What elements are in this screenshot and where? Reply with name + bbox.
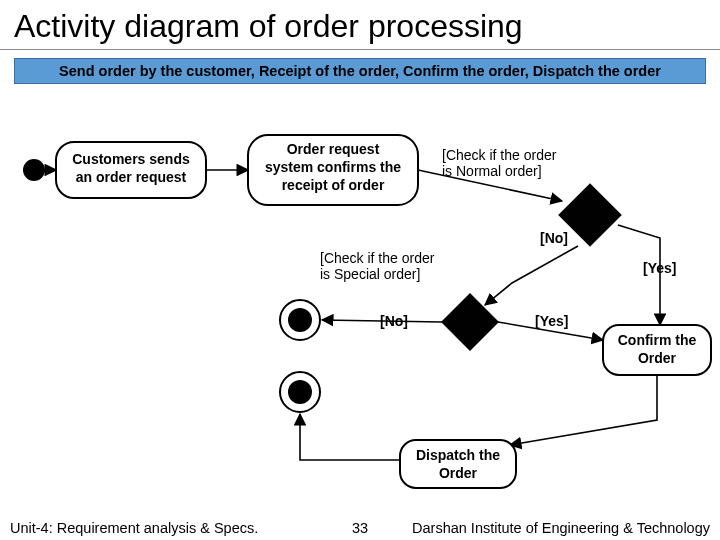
svg-text:system confirms the: system confirms the [265, 159, 401, 175]
guard-special: [Check if the orderis Special order] [320, 250, 435, 282]
guard-no-top: [No] [540, 230, 568, 246]
activity-confirm-order: Confirm the Order [603, 325, 711, 375]
activity-dispatch-order: Dispatch the Order [400, 440, 516, 488]
svg-rect-11 [442, 294, 499, 351]
svg-text:Order: Order [439, 465, 478, 481]
guard-normal: [Check if the orderis Normal order] [442, 147, 557, 179]
decision-special-icon [442, 294, 499, 351]
svg-line-14 [322, 320, 442, 322]
activity-send-request: Customers sends an order request [56, 142, 206, 198]
svg-text:Customers sends: Customers sends [72, 151, 190, 167]
svg-rect-9 [559, 184, 621, 246]
svg-text:Order request: Order request [287, 141, 380, 157]
svg-text:receipt of order: receipt of order [282, 177, 385, 193]
activity-confirm-receipt: Order request system confirms the receip… [248, 135, 418, 205]
guard-yes-mid: [Yes] [535, 313, 568, 329]
svg-text:Order: Order [638, 350, 677, 366]
svg-point-13 [288, 308, 312, 332]
svg-point-23 [288, 380, 312, 404]
svg-text:Dispatch the: Dispatch the [416, 447, 500, 463]
svg-text:Confirm the: Confirm the [618, 332, 697, 348]
svg-text:an order request: an order request [76, 169, 187, 185]
initial-node-icon [23, 159, 45, 181]
final-node-lower-icon [280, 372, 320, 412]
decision-normal-icon [559, 184, 621, 246]
final-node-upper-icon [280, 300, 320, 340]
activity-diagram: Customers sends an order request Order r… [0, 0, 720, 540]
footer-right: Darshan Institute of Engineering & Techn… [412, 520, 710, 536]
